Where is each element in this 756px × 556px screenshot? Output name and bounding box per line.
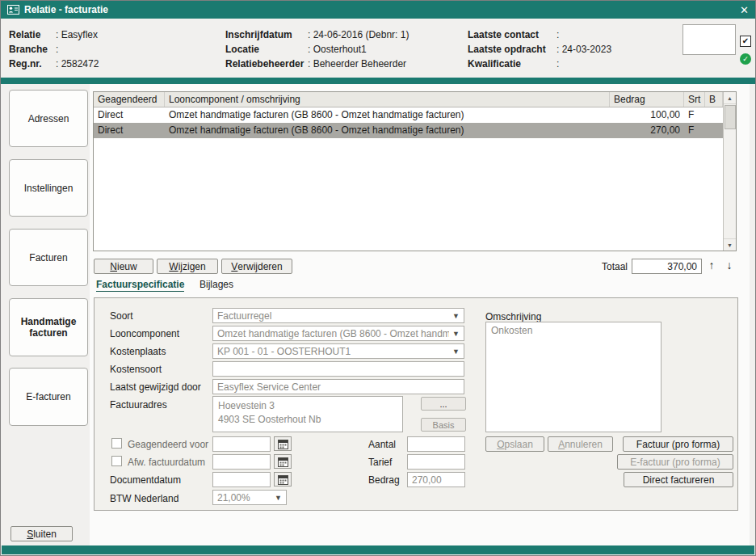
geagendeerd-voor-date-input[interactable] (212, 436, 271, 452)
col-header-geagendeerd: Geagendeerd (94, 92, 165, 107)
documentdatum-calendar-button[interactable] (274, 472, 292, 486)
basis-label: Basis (433, 420, 455, 430)
relatie-label: Relatie (9, 27, 56, 42)
button-label: ieuw (117, 261, 137, 272)
bottom-accent-bar (2, 545, 754, 554)
laatst-gewijzigd-input: Easyflex Service Center (212, 379, 464, 394)
table-scrollbar[interactable]: ▲ ▼ (723, 92, 736, 251)
header-col-inschrijf: Inschrijfdatum: 24-06-2016 (Debnr: 1) Lo… (225, 27, 409, 71)
laatste-opdracht-value: : 24-03-2023 (556, 42, 611, 57)
aantal-input[interactable] (407, 436, 465, 452)
scrollbar-thumb[interactable] (724, 105, 736, 129)
sidebar-tab-facturen[interactable]: Facturen (9, 229, 88, 286)
sidebar-tab-label: Handmatige facturen (13, 316, 84, 339)
branche-value: : (56, 42, 58, 57)
locatie-value: : Oosterhout1 (308, 42, 367, 57)
close-icon[interactable]: ✕ (740, 4, 749, 16)
factuur-proforma-button[interactable]: Factuur (pro forma) (623, 436, 733, 452)
factuuradres-label: Factuuradres (110, 398, 167, 412)
kostensoort-input[interactable] (212, 361, 464, 377)
efactuur-proforma-button[interactable]: E-factuur (pro forma) (617, 454, 733, 470)
direct-factureren-button[interactable]: Direct factureren (624, 472, 733, 487)
sidebar-tab-instellingen[interactable]: Instellingen (9, 159, 88, 217)
ellipsis-icon: ... (439, 399, 447, 409)
status-ok-icon: ✓ (740, 53, 751, 65)
btw-select[interactable]: 21,00% ▼ (212, 490, 287, 505)
annuleren-button[interactable]: Annuleren (548, 436, 613, 452)
tarief-label: Tarief (368, 455, 392, 470)
move-up-icon[interactable]: ↑ (704, 257, 719, 273)
regnr-value: : 2582472 (56, 57, 99, 71)
wijzigen-button[interactable]: Wijzigen (157, 259, 218, 274)
chevron-down-icon: ▼ (275, 494, 282, 502)
col-header-looncomponent: Looncomponent / omschrijving (165, 92, 610, 107)
kostenplaats-select[interactable]: KP 001 - 01 - OOSTERHOUT1 ▼ (212, 343, 464, 359)
factuuradres-more-button[interactable]: ... (421, 397, 466, 411)
laatste-contact-value: : (556, 27, 559, 42)
opslaan-button[interactable]: Opslaan (485, 436, 544, 452)
bedrag-input[interactable]: 270,00 (407, 472, 465, 487)
sluiten-button[interactable]: Sluiten (10, 526, 73, 541)
kwalificatie-label: Kwalificatie (468, 57, 556, 71)
button-mnemonic: S (27, 529, 33, 540)
col-header-bedrag: Bedrag (610, 92, 684, 107)
laatste-contact-label: Laatste contact (468, 27, 556, 42)
tarief-input[interactable] (407, 454, 465, 470)
table-header-row: Geagendeerd Looncomponent / omschrijving… (94, 92, 723, 107)
col-header-b: B (705, 92, 723, 107)
looncomponent-select[interactable]: Omzet handmatige facturen (GB 8600 - Omz… (212, 326, 464, 341)
sidebar-tab-adressen[interactable]: Adressen (9, 90, 88, 147)
geagendeerd-voor-calendar-button[interactable] (274, 436, 292, 451)
checked-checkbox-icon[interactable]: ✔ (740, 36, 751, 47)
selected-value: Factuurregel (217, 310, 449, 322)
omschrijving-textarea[interactable]: Onkosten (485, 322, 662, 432)
cell-geagendeerd: Direct (94, 123, 165, 138)
soort-select[interactable]: Factuurregel ▼ (212, 308, 464, 323)
basis-button[interactable]: Basis (421, 418, 466, 432)
sidebar-tab-label: Facturen (29, 252, 67, 263)
button-mnemonic: V (231, 261, 237, 272)
looncomponent-label: Looncomponent (110, 326, 179, 341)
afw-factuurdatum-date-input[interactable] (212, 454, 271, 470)
scroll-down-icon[interactable]: ▼ (724, 238, 736, 251)
sidebar-tab-e-facturen[interactable]: E-facturen (9, 368, 88, 426)
relation-header: Relatie: Easyflex Branche: Reg.nr.: 2582… (1, 19, 755, 78)
cell-b (705, 123, 723, 138)
totaal-label: Totaal (589, 261, 628, 272)
afw-factuurdatum-checkbox[interactable] (111, 456, 122, 466)
geagendeerd-voor-label: Geagendeerd voor (128, 437, 208, 452)
relatiebeheerder-label: Relatiebeheerder (225, 57, 308, 71)
nieuw-button[interactable]: Nieuw (94, 259, 153, 274)
calendar-icon (278, 474, 288, 485)
documentdatum-date-input[interactable] (212, 472, 271, 487)
geagendeerd-voor-checkbox[interactable] (111, 438, 122, 449)
factuuradres-line2: 4903 SE Oosterhout Nb (218, 413, 397, 427)
totaal-value: 370,00 (632, 259, 702, 274)
move-down-icon[interactable]: ↓ (722, 257, 737, 273)
scroll-up-icon[interactable]: ▲ (724, 92, 736, 104)
inschrijfdatum-value: : 24-06-2016 (Debnr: 1) (308, 27, 409, 42)
titlebar: Relatie - facturatie ✕ (1, 1, 755, 19)
window-title: Relatie - facturatie (24, 4, 108, 15)
photo-placeholder (682, 24, 736, 55)
documentdatum-label: Documentdatum (110, 473, 181, 487)
afw-factuurdatum-calendar-button[interactable] (274, 454, 292, 469)
verwijderen-button[interactable]: Verwijderen (221, 259, 292, 274)
button-label: nnuleren (565, 439, 603, 450)
invoice-lines-table: Geagendeerd Looncomponent / omschrijving… (93, 91, 737, 251)
button-label: ijzigen (178, 261, 206, 272)
cell-bedrag: 270,00 (610, 123, 684, 138)
header-col-laatste: Laatste contact: Laatste opdracht: 24-03… (468, 27, 611, 71)
tab-factuurspecificatie[interactable]: Factuurspecificatie (96, 279, 184, 292)
cell-omschrijving: Omzet handmatige facturen (GB 8600 - Omz… (165, 107, 610, 123)
chevron-down-icon: ▼ (452, 348, 460, 356)
table-row-selected[interactable]: Direct Omzet handmatige facturen (GB 860… (94, 123, 723, 138)
cell-geagendeerd: Direct (94, 107, 165, 123)
kostenplaats-label: Kostenplaats (110, 344, 166, 359)
branche-label: Branche (9, 42, 56, 57)
cell-b (705, 107, 723, 123)
table-row[interactable]: Direct Omzet handmatige facturen (GB 860… (94, 107, 723, 123)
sidebar-tab-handmatige-facturen[interactable]: Handmatige facturen (9, 298, 88, 356)
factuuradres-box: Hoevestein 3 4903 SE Oosterhout Nb (212, 396, 403, 432)
tab-bijlages[interactable]: Bijlages (200, 279, 233, 290)
